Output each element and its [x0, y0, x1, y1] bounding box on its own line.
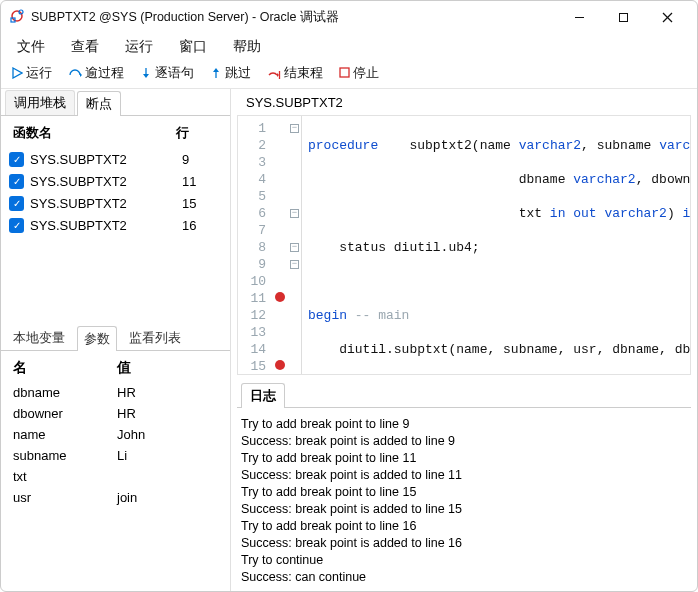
- app-icon: [9, 8, 25, 27]
- svg-point-0: [12, 11, 22, 21]
- var-row[interactable]: dbownerHR: [1, 404, 230, 425]
- var-value: HR: [117, 406, 136, 423]
- step-over-label: 逾过程: [85, 64, 124, 82]
- toolbar: 运行 逾过程 逐语句 跳过 结束程 停止: [1, 61, 697, 89]
- minimize-button[interactable]: [557, 3, 601, 31]
- play-icon: [11, 67, 23, 79]
- gutter-fold[interactable]: −−−−: [288, 116, 302, 374]
- step-into-button[interactable]: 逐语句: [134, 62, 200, 84]
- window-title: SUBPTXT2 @SYS (Production Server) - Orac…: [31, 9, 551, 26]
- svg-marker-12: [213, 68, 219, 72]
- tab-params[interactable]: 参数: [77, 326, 117, 351]
- bp-func: SYS.SUBPTXT2: [30, 196, 176, 211]
- menu-run[interactable]: 运行: [113, 34, 165, 60]
- svg-marker-13: [277, 73, 279, 77]
- log-line: Success: break point is added to line 11: [241, 467, 687, 484]
- var-name: name: [13, 427, 117, 444]
- svg-marker-8: [80, 73, 82, 77]
- editor-tab[interactable]: SYS.SUBPTXT2: [237, 91, 352, 114]
- log-line: Success: break point is added to line 9: [241, 433, 687, 450]
- breakpoint-marker[interactable]: [275, 292, 285, 302]
- end-program-button[interactable]: 结束程: [261, 62, 329, 84]
- menu-file[interactable]: 文件: [5, 34, 57, 60]
- step-over-button[interactable]: 逾过程: [62, 62, 130, 84]
- log-line: Success: break point is added to line 16: [241, 535, 687, 552]
- tab-watch[interactable]: 监看列表: [123, 326, 187, 350]
- breakpoint-row[interactable]: ✓SYS.SUBPTXT216: [9, 214, 226, 236]
- checkbox-icon[interactable]: ✓: [9, 196, 24, 211]
- gutter-line-numbers: 1234567891011121314151617: [238, 116, 272, 374]
- log-line: Success: can continue: [241, 569, 687, 585]
- main-split: 调用堆栈 断点 函数名 行 ✓SYS.SUBPTXT29✓SYS.SUBPTXT…: [1, 89, 697, 591]
- step-into-label: 逐语句: [155, 64, 194, 82]
- checkbox-icon[interactable]: ✓: [9, 152, 24, 167]
- var-row[interactable]: nameJohn: [1, 425, 230, 446]
- end-label: 结束程: [284, 64, 323, 82]
- bp-line: 9: [182, 152, 226, 167]
- vars-tabstrip: 本地变量 参数 监看列表: [1, 324, 230, 350]
- step-out-button[interactable]: 跳过: [204, 62, 257, 84]
- code-body[interactable]: procedure subptxt2(name varchar2, subnam…: [302, 116, 690, 374]
- menu-window[interactable]: 窗口: [167, 34, 219, 60]
- gutter-breakpoints[interactable]: [272, 116, 288, 374]
- log-line: Try to continue: [241, 552, 687, 569]
- checkbox-icon[interactable]: ✓: [9, 218, 24, 233]
- log-tabrow: 日志: [231, 381, 697, 407]
- vars-head-value: 值: [117, 359, 131, 377]
- fold-toggle[interactable]: −: [290, 260, 299, 269]
- code-editor[interactable]: 1234567891011121314151617 −−−− procedure…: [237, 115, 691, 375]
- close-button[interactable]: [645, 3, 689, 31]
- var-name: usr: [13, 490, 117, 507]
- stop-icon: [339, 67, 350, 78]
- checkbox-icon[interactable]: ✓: [9, 174, 24, 189]
- step-out-label: 跳过: [225, 64, 251, 82]
- tab-breakpoints[interactable]: 断点: [77, 91, 121, 116]
- var-name: dbowner: [13, 406, 117, 423]
- fold-toggle[interactable]: −: [290, 243, 299, 252]
- bp-func: SYS.SUBPTXT2: [30, 174, 176, 189]
- log-line: Try to add break point to line 16: [241, 518, 687, 535]
- stop-button[interactable]: 停止: [333, 62, 385, 84]
- breakpoint-row[interactable]: ✓SYS.SUBPTXT215: [9, 192, 226, 214]
- log-tab[interactable]: 日志: [241, 383, 285, 408]
- titlebar: SUBPTXT2 @SYS (Production Server) - Orac…: [1, 1, 697, 33]
- breakpoint-marker[interactable]: [275, 258, 285, 268]
- var-row[interactable]: dbnameHR: [1, 383, 230, 404]
- var-row[interactable]: subnameLi: [1, 446, 230, 467]
- log-line: Try to add break point to line 9: [241, 416, 687, 433]
- breakpoint-row[interactable]: ✓SYS.SUBPTXT29: [9, 148, 226, 170]
- var-value: join: [117, 490, 137, 507]
- run-button[interactable]: 运行: [5, 62, 58, 84]
- run-label: 运行: [26, 64, 52, 82]
- var-row[interactable]: txt: [1, 467, 230, 488]
- vars-head-name: 名: [13, 359, 117, 377]
- maximize-button[interactable]: [601, 3, 645, 31]
- bp-head-line: 行: [176, 124, 220, 142]
- breakpoint-list: ✓SYS.SUBPTXT29✓SYS.SUBPTXT211✓SYS.SUBPTX…: [1, 148, 230, 244]
- tab-locals[interactable]: 本地变量: [7, 326, 71, 350]
- step-into-icon: [140, 67, 152, 79]
- fold-toggle[interactable]: −: [290, 209, 299, 218]
- vars-list: dbnameHRdbownerHRnameJohnsubnameLitxtusr…: [1, 383, 230, 509]
- log-panel[interactable]: Try to add break point to line 9Success:…: [237, 407, 691, 585]
- var-row[interactable]: usrjoin: [1, 488, 230, 509]
- menubar: 文件 查看 运行 窗口 帮助: [1, 33, 697, 61]
- svg-rect-4: [619, 13, 627, 21]
- end-icon: [267, 67, 281, 79]
- breakpoint-marker[interactable]: [275, 360, 285, 370]
- fold-toggle[interactable]: −: [290, 124, 299, 133]
- breakpoint-row[interactable]: ✓SYS.SUBPTXT211: [9, 170, 226, 192]
- var-value: HR: [117, 385, 136, 402]
- bp-line: 11: [182, 174, 226, 189]
- log-line: Success: break point is added to line 15: [241, 501, 687, 518]
- menu-help[interactable]: 帮助: [221, 34, 273, 60]
- editor-tabrow: SYS.SUBPTXT2: [231, 89, 697, 115]
- bp-head-func: 函数名: [13, 124, 176, 142]
- vars-panel: 名 值 dbnameHRdbownerHRnameJohnsubnameLitx…: [1, 350, 230, 509]
- var-value: Li: [117, 448, 127, 465]
- var-value: John: [117, 427, 145, 444]
- menu-view[interactable]: 查看: [59, 34, 111, 60]
- svg-marker-7: [13, 68, 22, 78]
- left-tabstrip: 调用堆栈 断点: [1, 89, 230, 115]
- tab-callstack[interactable]: 调用堆栈: [5, 90, 75, 115]
